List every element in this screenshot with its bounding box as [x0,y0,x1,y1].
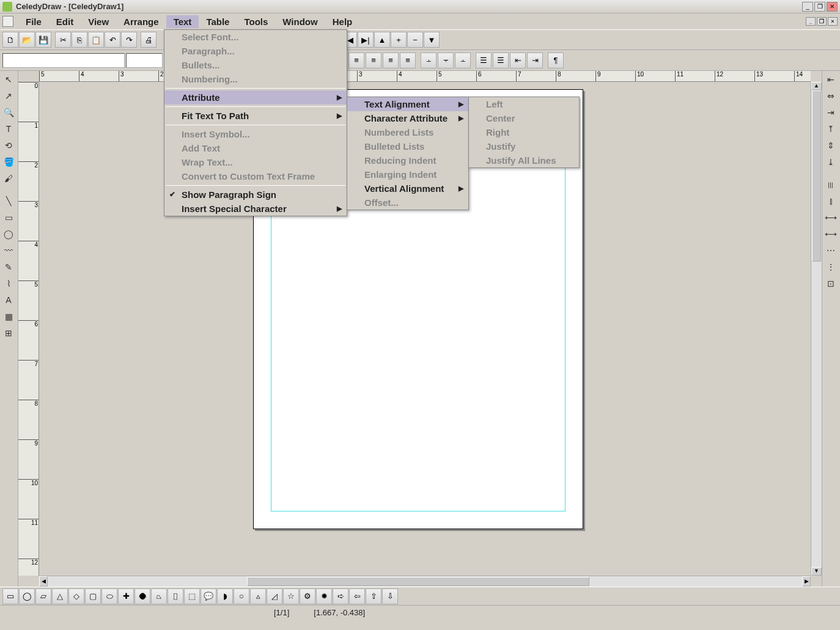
vertical-scrollbar[interactable]: ▲ ▼ [811,82,822,576]
zoom-up-button[interactable]: ▲ [374,32,390,48]
shape-parallelogram-icon[interactable]: ▱ [35,588,51,604]
dist-space-h-icon[interactable]: ⋯ [822,242,839,258]
same-height-icon[interactable]: ⟷ [822,225,839,242]
menu-align-left[interactable]: Left [469,97,579,111]
print-button[interactable]: 🖨 [141,32,157,48]
maximize-button[interactable]: ❐ [814,2,825,12]
shape-diamond-icon[interactable]: ◇ [68,588,84,604]
mdi-minimize-button[interactable]: _ [806,17,816,26]
new-button[interactable]: 🗋 [2,32,18,48]
menu-numbering[interactable]: Numbering... [164,72,347,86]
list-number-button[interactable]: ☰ [476,53,492,68]
dist-v-icon[interactable]: ⫿ [822,192,839,209]
shape-tri2-icon[interactable]: ▵ [250,588,266,604]
scroll-up-arrow-icon[interactable]: ▲ [811,82,822,90]
shape-octagon-icon[interactable]: ⯃ [134,588,150,604]
align-top-icon[interactable]: ⤒ [822,120,839,137]
scroll-left-arrow-icon[interactable]: ◀ [39,576,48,587]
menu-file[interactable]: File [18,15,49,28]
size-combo[interactable] [126,53,163,68]
align-center-v-icon[interactable]: ⇕ [822,137,839,153]
menu-align-justify[interactable]: Justify [469,139,579,153]
font-combo[interactable] [2,53,125,68]
shape-callout-icon[interactable]: 💬 [201,588,216,604]
minimize-button[interactable]: _ [802,2,813,12]
polyline-tool[interactable]: ⌇ [0,275,17,291]
shape-rect-icon[interactable]: ▭ [2,588,18,604]
text-tool[interactable]: T [0,120,17,137]
dist-h-icon[interactable]: ⫼ [822,176,839,192]
close-button[interactable]: ✕ [827,2,838,12]
indent-inc-button[interactable]: ⇥ [527,53,543,68]
undo-button[interactable]: ↶ [105,32,120,48]
menu-numbered-lists[interactable]: Numbered Lists [347,125,468,139]
shape-gear-icon[interactable]: ⚙ [300,588,315,604]
scroll-right-arrow-icon[interactable]: ▶ [802,576,811,587]
align-left-icon[interactable]: ⇤ [822,71,839,87]
align-right-icon[interactable]: ⇥ [822,104,839,120]
horizontal-scrollbar[interactable]: ◀ ▶ [39,576,811,587]
shape-arrow-l-icon[interactable]: ⇦ [349,588,365,604]
menu-char-attribute[interactable]: Character Attribute▶ [347,111,468,125]
align-center-button[interactable]: ≡ [366,53,381,68]
brush-tool[interactable]: 🖌 [0,170,17,186]
menu-select-font[interactable]: Select Font... [164,30,347,44]
shape-plus-icon[interactable]: ✚ [118,588,134,604]
pilcrow-button[interactable]: ¶ [548,53,564,68]
valign-top-button[interactable]: ⫠ [421,53,437,68]
menu-insert-special[interactable]: Insert Special Character▶ [164,202,347,216]
open-button[interactable]: 📂 [19,32,35,48]
same-width-icon[interactable]: ⟷ [822,209,839,225]
dist-space-v-icon[interactable]: ⋮ [822,258,839,275]
align-center-h-icon[interactable]: ⇔ [822,87,839,104]
menu-enlarging-indent[interactable]: Enlarging Indent [347,167,468,181]
shape-arrow-r-icon[interactable]: ➪ [333,588,348,604]
line-tool[interactable]: ╲ [0,192,17,209]
menu-reducing-indent[interactable]: Reducing Indent [347,153,468,167]
vscroll-thumb[interactable] [812,90,821,262]
redo-button[interactable]: ↷ [121,32,137,48]
menu-fit-text[interactable]: Fit Text To Path▶ [164,109,347,123]
table-tool[interactable]: ▦ [0,308,17,324]
save-button[interactable]: 💾 [35,32,51,48]
menu-window[interactable]: Window [275,15,325,28]
align-left-button[interactable]: ≡ [348,53,364,68]
menu-attribute[interactable]: Attribute▶ [164,90,347,104]
valign-middle-button[interactable]: ⫟ [438,53,454,68]
shape-cylinder-icon[interactable]: ⌷ [168,588,183,604]
shape-star-icon[interactable]: ☆ [283,588,299,604]
rect-tool[interactable]: ▭ [0,209,17,225]
align-right-button[interactable]: ≡ [383,53,399,68]
zoom-out-button[interactable]: − [407,32,423,48]
menu-tools[interactable]: Tools [237,15,275,28]
shape-d-icon[interactable]: ◗ [217,588,233,604]
cut-button[interactable]: ✂ [55,32,71,48]
shape-roundrect-icon[interactable]: ▢ [85,588,101,604]
mdi-restore-button[interactable]: ❐ [817,17,827,26]
zoom-in-button[interactable]: + [391,32,407,48]
menu-align-justify-all[interactable]: Justify All Lines [469,153,579,167]
shape-arrow-u-icon[interactable]: ⇧ [366,588,381,604]
shape-trap-icon[interactable]: ⏢ [151,588,167,604]
menu-edit[interactable]: Edit [49,15,81,28]
zoom-tool[interactable]: 🔍 [0,104,17,120]
mdi-close-button[interactable]: × [828,17,838,26]
menu-arrange[interactable]: Arrange [116,15,166,28]
grid-tool[interactable]: ⊞ [0,324,17,341]
menu-align-center[interactable]: Center [469,111,579,125]
hscroll-thumb[interactable] [247,577,589,586]
menu-paragraph[interactable]: Paragraph... [164,44,347,58]
document-icon[interactable] [2,16,13,27]
shape-cube-icon[interactable]: ⬚ [184,588,200,604]
menu-bullets[interactable]: Bullets... [164,58,347,72]
zoom-down-button[interactable]: ▼ [424,32,440,48]
ellipse-tool[interactable]: ◯ [0,225,17,242]
center-page-icon[interactable]: ⊡ [822,275,839,291]
node-tool[interactable]: ↗ [0,87,17,104]
menu-bulleted-lists[interactable]: Bulleted Lists [347,139,468,153]
indent-dec-button[interactable]: ⇤ [510,53,526,68]
scroll-down-arrow-icon[interactable]: ▼ [811,567,822,576]
paste-button[interactable]: 📋 [88,32,104,48]
freehand-tool[interactable]: ✎ [0,258,17,275]
vertical-ruler[interactable]: 0123456789101112 [18,82,39,576]
